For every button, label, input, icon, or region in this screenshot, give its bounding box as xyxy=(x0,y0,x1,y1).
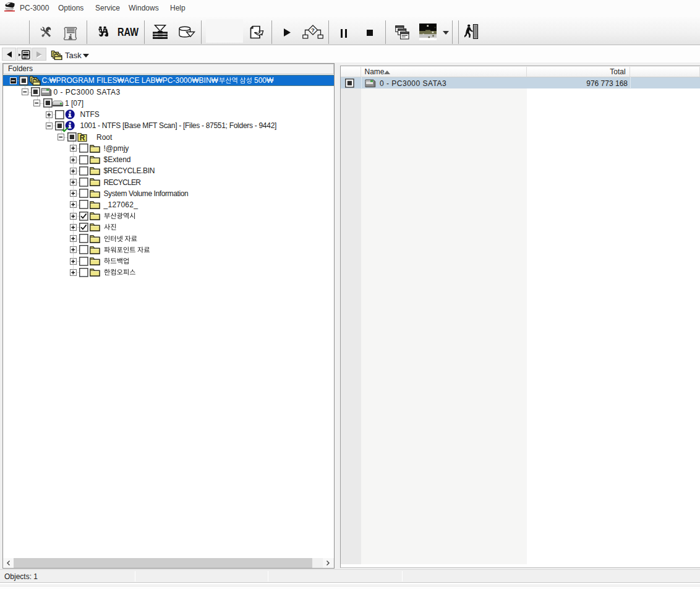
svg-text:?: ? xyxy=(311,27,315,33)
svg-text:R: R xyxy=(79,133,85,142)
